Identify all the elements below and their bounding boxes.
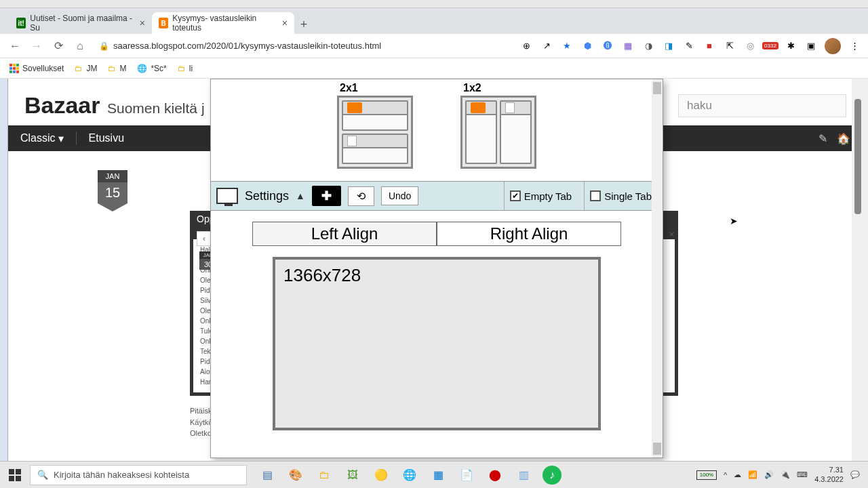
- power-icon[interactable]: 🔌: [781, 470, 790, 479]
- bookmarks-bar: Sovellukset 🗀JM 🗀M 🌐*Sc* 🗀li: [0, 58, 868, 79]
- app-icon[interactable]: 🖼: [343, 466, 362, 485]
- close-overlay-button[interactable]: ×: [669, 230, 680, 241]
- new-tab-button[interactable]: +: [294, 15, 313, 34]
- reload-button[interactable]: ⟳: [50, 38, 66, 54]
- home-icon[interactable]: 🏠: [837, 132, 850, 145]
- tab-resize-icon[interactable]: ◨: [662, 39, 675, 53]
- post-date-flag: JAN 15: [98, 170, 127, 211]
- chevron-down-icon: ▾: [58, 132, 64, 145]
- home-button[interactable]: ⌂: [72, 38, 88, 54]
- battery-indicator[interactable]: 100%: [696, 470, 717, 480]
- tab-strip: it! Uutiset - Suomi ja maailma - Su × B …: [0, 8, 868, 34]
- resolution-text: 1366x728: [283, 265, 361, 285]
- date-day: 15: [98, 182, 127, 203]
- settings-button[interactable]: Settings: [245, 189, 289, 203]
- right-align-button[interactable]: Right Align: [437, 222, 621, 246]
- layout-1x2[interactable]: 1x2: [460, 82, 536, 181]
- bookmark-folder-jm[interactable]: 🗀JM: [75, 64, 97, 73]
- app-icon[interactable]: ▥: [514, 466, 533, 485]
- display-icon[interactable]: [216, 188, 238, 204]
- apps-shortcut[interactable]: Sovellukset: [9, 64, 64, 73]
- tab-resize-panel: 2x1 1x2 Settings ▲ ✚ ⟲ Undo: [210, 79, 663, 458]
- tab-kysymys[interactable]: B Kysymys- vastausleikin toteutus ×: [152, 12, 294, 34]
- ext-icon[interactable]: ⬢: [580, 39, 594, 53]
- lock-icon: 🔒: [99, 41, 109, 51]
- edge-icon[interactable]: 🌐: [400, 466, 419, 485]
- add-layout-button[interactable]: ✚: [312, 186, 341, 206]
- translate-icon[interactable]: 🅖: [601, 39, 614, 53]
- volume-icon[interactable]: 🔊: [764, 470, 774, 479]
- taskbar-search[interactable]: 🔍 Kirjoita tähän hakeaksesi kohteista: [30, 465, 247, 485]
- view-dropdown[interactable]: Classic▾: [20, 132, 64, 145]
- star-icon[interactable]: ★: [560, 39, 574, 53]
- system-tray: 100% ^ ☁ 📶 🔊 🔌 ⌨ 7.31 4.3.2022 💬: [696, 466, 868, 483]
- tray-chevron-icon[interactable]: ^: [724, 471, 727, 479]
- start-button[interactable]: [0, 462, 30, 489]
- bookmark-folder-m[interactable]: 🗀M: [108, 64, 126, 73]
- bookmark-folder-li[interactable]: 🗀li: [178, 64, 193, 73]
- blog-search-input[interactable]: haku: [678, 94, 846, 117]
- menu-icon[interactable]: ⋮: [848, 39, 861, 53]
- blogger-icon: [347, 102, 362, 113]
- ext-icon[interactable]: ⇱: [723, 39, 736, 53]
- resolution-box[interactable]: 1366x728: [273, 257, 601, 430]
- tab-title: Kysymys- vastausleikin toteutus: [172, 14, 275, 33]
- ext-icon[interactable]: ▦: [621, 39, 635, 53]
- close-icon[interactable]: ×: [140, 18, 145, 28]
- bookmark-sc[interactable]: 🌐*Sc*: [137, 64, 166, 73]
- layout-2x1[interactable]: 2x1: [337, 82, 413, 181]
- prev-post-button[interactable]: ‹: [197, 231, 212, 246]
- clock[interactable]: 7.31 4.3.2022: [814, 466, 844, 483]
- chevron-up-icon[interactable]: ▲: [296, 190, 305, 201]
- share-icon[interactable]: ↗: [540, 39, 553, 53]
- tab-uutiset[interactable]: it! Uutiset - Suomi ja maailma - Su ×: [9, 12, 152, 34]
- ext-icon[interactable]: ◑: [642, 39, 655, 53]
- tab-title: Uutiset - Suomi ja maailma - Su: [30, 14, 132, 33]
- onedrive-icon[interactable]: ☁: [734, 470, 741, 479]
- background-window: [0, 79, 8, 461]
- zoom-icon[interactable]: ⊕: [519, 39, 533, 53]
- app-icon[interactable]: ▦: [429, 466, 448, 485]
- empty-tab-checkbox[interactable]: ✔ Empty Tab: [504, 182, 578, 210]
- page-scrollbar[interactable]: [852, 79, 863, 461]
- pencil-icon[interactable]: ✎: [682, 39, 696, 53]
- blog-title: Bazaar: [24, 92, 100, 118]
- extensions-icon[interactable]: ✱: [784, 39, 797, 53]
- ext-icon[interactable]: ◎: [743, 39, 757, 53]
- nav-home[interactable]: Etusivu: [89, 132, 124, 144]
- sidepanel-icon[interactable]: ▣: [804, 39, 818, 53]
- favicon-blogger: B: [159, 18, 168, 28]
- layout-label: 1x2: [460, 82, 536, 94]
- ext-badge[interactable]: 0332: [764, 39, 777, 53]
- left-align-button[interactable]: Left Align: [252, 222, 437, 246]
- edit-icon[interactable]: ✎: [818, 132, 827, 145]
- layout-options: 2x1 1x2: [211, 79, 663, 181]
- toolbar-icons: ⊕ ↗ ★ ⬢ 🅖 ▦ ◑ ◨ ✎ ■ ⇱ ◎ 0332 ✱ ▣ ⋮: [519, 38, 861, 54]
- url-field[interactable]: 🔒 saaressa.blogspot.com/2020/01/kysymys-…: [94, 41, 514, 51]
- profile-avatar[interactable]: [825, 38, 841, 54]
- scrollbar-thumb[interactable]: [854, 99, 861, 214]
- back-button[interactable]: ←: [7, 38, 23, 54]
- chrome-icon[interactable]: 🟡: [372, 466, 391, 485]
- ext-icon[interactable]: ■: [703, 39, 716, 53]
- notepad-icon[interactable]: 📄: [457, 466, 476, 485]
- taskbar-apps: ▤ 🎨 🗀 🖼 🟡 🌐 ▦ 📄 ⬤ ▥ ♪: [254, 466, 561, 485]
- explorer-icon[interactable]: 🗀: [315, 466, 334, 485]
- favicon-iltalehti: it!: [16, 18, 26, 28]
- time: 7.31: [814, 466, 844, 474]
- spotify-icon[interactable]: ♪: [542, 466, 561, 485]
- undo-button[interactable]: Undo: [381, 186, 418, 205]
- wifi-icon[interactable]: 📶: [748, 470, 757, 479]
- refresh-button[interactable]: ⟲: [348, 186, 374, 206]
- single-tab-checkbox[interactable]: Single Tab: [584, 182, 657, 210]
- app-icon[interactable]: ⬤: [486, 466, 505, 485]
- date-month: JAN: [98, 170, 127, 182]
- notifications-icon[interactable]: 💬: [850, 470, 860, 479]
- separator: [76, 131, 77, 145]
- taskview-icon[interactable]: ▤: [258, 466, 277, 485]
- close-icon[interactable]: ×: [282, 18, 288, 28]
- language-icon[interactable]: ⌨: [797, 470, 808, 479]
- forward-button[interactable]: →: [28, 38, 45, 54]
- globe-icon: 🌐: [137, 64, 147, 73]
- app-icon[interactable]: 🎨: [286, 466, 305, 485]
